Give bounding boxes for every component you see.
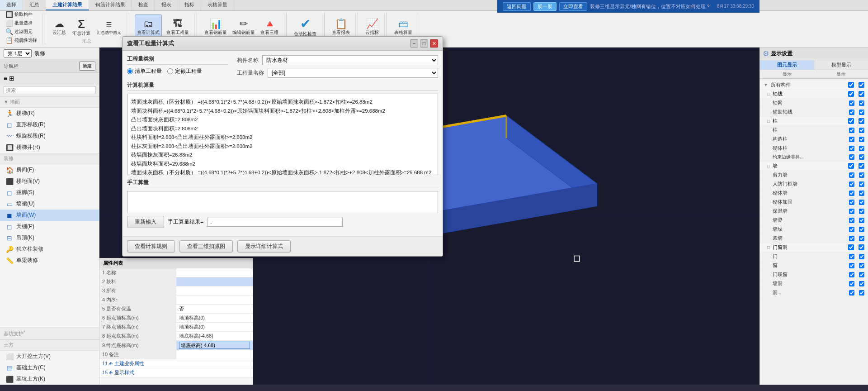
display-settings-icon[interactable]: ⚙ bbox=[763, 49, 769, 58]
dialog-titlebar[interactable]: 查看工程量计算式 − □ ✕ bbox=[123, 37, 443, 51]
table-row[interactable]: 11 ⊕ 土建业务属性 bbox=[99, 359, 253, 368]
prop-val-9[interactable] bbox=[176, 341, 253, 350]
nav-wall-surface[interactable]: ◼ 墙面(W) bbox=[0, 210, 99, 221]
calc-content-area[interactable]: 墙面抹灰面积（区分材质） =((4.68*0.1)*2+5.7*(4.68+0.… bbox=[127, 94, 438, 175]
nav-spiral-stairs[interactable]: 〰 螺旋梯段(R) bbox=[0, 130, 99, 142]
minimize-btn[interactable]: − bbox=[410, 39, 418, 48]
radio-list[interactable]: 清单工程量 bbox=[127, 67, 162, 75]
tab-rebar-calc[interactable]: 钢筋计算结果 bbox=[89, 0, 132, 10]
pick-component-btn[interactable]: 🔲 拾取构件 bbox=[4, 10, 39, 19]
section-all-components[interactable]: ▼ 所有构件 bbox=[760, 81, 868, 90]
section-wall[interactable]: □ 墙 bbox=[760, 162, 868, 171]
wall-checkbox[interactable] bbox=[848, 163, 854, 169]
shear-wall-cb2[interactable] bbox=[859, 172, 864, 178]
wall-ledge-cb2[interactable] bbox=[859, 227, 864, 232]
show-detail-btn[interactable]: 显示详细计算式 bbox=[237, 240, 291, 253]
manual-textarea[interactable] bbox=[129, 193, 436, 210]
tab-soil-calc[interactable]: 土建计算结果 bbox=[46, 0, 89, 10]
close-btn[interactable]: ✕ bbox=[430, 39, 438, 48]
window-cb[interactable] bbox=[849, 263, 854, 268]
approx-col-cb2[interactable] bbox=[859, 154, 864, 160]
tab-table-calc[interactable]: 表格算量 bbox=[201, 0, 234, 10]
insulation-cb[interactable] bbox=[849, 209, 854, 214]
brick-col-cb2[interactable] bbox=[859, 146, 864, 151]
brick-wall-cb2[interactable] bbox=[859, 191, 864, 196]
tab-element-display[interactable]: 图元显示 bbox=[760, 60, 814, 70]
nav-bulk-earthwork[interactable]: ⬜ 大开挖土方(V) bbox=[0, 351, 99, 362]
more-cb[interactable] bbox=[849, 290, 854, 296]
radio-quota-input[interactable] bbox=[167, 68, 173, 74]
door-cb[interactable] bbox=[849, 254, 854, 259]
notif-btn-view[interactable]: 立即查看 bbox=[559, 2, 587, 11]
col-checkbox2[interactable] bbox=[859, 118, 864, 124]
brick-wall-cb[interactable] bbox=[849, 191, 854, 196]
door-window-cb[interactable] bbox=[849, 272, 854, 277]
shear-wall-cb[interactable] bbox=[849, 172, 854, 178]
prop-edit-9[interactable] bbox=[179, 342, 250, 349]
notif-btn-return[interactable]: 返回问题 bbox=[503, 2, 531, 11]
nav-suspended-ceiling[interactable]: ⊟ 吊顶(K) bbox=[0, 232, 99, 243]
view-3d-deduct-btn[interactable]: 查看三维扣减图 bbox=[179, 240, 233, 253]
axis-checkbox[interactable] bbox=[848, 91, 854, 97]
brick-col-cb[interactable] bbox=[849, 146, 854, 151]
nav-floor-plan[interactable]: 🏃 楼梯(R) bbox=[0, 108, 99, 119]
tab-check[interactable]: 检查 bbox=[132, 0, 155, 10]
wall-beam-cb[interactable] bbox=[849, 218, 854, 223]
batch-select-btn[interactable]: ⬜ 批量选择 bbox=[4, 19, 39, 27]
nav-stair-well[interactable]: 🔲 楼梯井(R) bbox=[0, 142, 99, 153]
cloud-total-btn[interactable]: ☁ 云汇总 bbox=[51, 14, 68, 40]
nav-pillar-decor[interactable]: 🔑 独立柱装修 bbox=[0, 243, 99, 255]
wall-beam-cb2[interactable] bbox=[859, 218, 864, 223]
col-cb[interactable] bbox=[849, 128, 854, 133]
filter-btn[interactable]: 🔍 过滤图元 bbox=[4, 28, 39, 36]
section-door-window[interactable]: □ 门窗洞 bbox=[760, 243, 868, 252]
brick-reinforce-cb2[interactable] bbox=[859, 200, 864, 205]
nav-skirting[interactable]: ◻ 踢脚(S) bbox=[0, 187, 99, 198]
wall-ledge-cb[interactable] bbox=[849, 227, 854, 232]
table-row-highlight[interactable]: 9 终点底标高(m) bbox=[99, 341, 253, 350]
section-column[interactable]: □ 柱 bbox=[760, 117, 868, 126]
prop-val-2[interactable] bbox=[176, 277, 253, 286]
section-axis[interactable]: □ 轴线 bbox=[760, 90, 868, 99]
dw-checkbox[interactable] bbox=[848, 244, 854, 250]
tab-summary[interactable]: 汇总 bbox=[23, 0, 46, 10]
nav-dado[interactable]: ▭ 墙裙(U) bbox=[0, 198, 99, 210]
re-input-btn[interactable]: 重新输入 bbox=[127, 216, 164, 228]
col-cb2[interactable] bbox=[859, 128, 864, 133]
col-checkbox[interactable] bbox=[848, 118, 854, 124]
radio-list-input[interactable] bbox=[127, 68, 133, 74]
maximize-btn[interactable]: □ bbox=[420, 39, 428, 48]
approx-col-cb[interactable] bbox=[849, 154, 854, 160]
tab-report[interactable]: 报表 bbox=[155, 0, 178, 10]
aux-axis-cb[interactable] bbox=[849, 110, 854, 115]
nav-floor-surface[interactable]: ⬛ 楼地面(V) bbox=[0, 176, 99, 187]
quantity-name-select[interactable]: [全部] bbox=[268, 68, 438, 78]
dw-checkbox2[interactable] bbox=[859, 244, 864, 250]
window-cb2[interactable] bbox=[859, 263, 864, 268]
new-btn[interactable]: 新建 bbox=[79, 62, 95, 71]
aux-axis-cb2[interactable] bbox=[859, 110, 864, 115]
insulation-cb2[interactable] bbox=[859, 209, 864, 214]
all-components-checkbox2[interactable] bbox=[859, 82, 864, 88]
struct-col-cb2[interactable] bbox=[859, 137, 864, 142]
total-btn[interactable]: Σ 汇总计算 bbox=[71, 14, 92, 40]
tab-model-display[interactable]: 模型显示 bbox=[814, 60, 868, 70]
floor-dropdown[interactable]: 第-1层 bbox=[4, 49, 32, 57]
nav-room[interactable]: 🏠 房间(F) bbox=[0, 164, 99, 176]
prop-name-15[interactable]: 15 ⊕ 显示样式 bbox=[99, 368, 253, 377]
axis-net-cb[interactable] bbox=[849, 100, 854, 106]
wall-checkbox2[interactable] bbox=[859, 163, 864, 169]
nav-ceiling[interactable]: ◻ 天棚(P) bbox=[0, 221, 99, 232]
view-rules-btn[interactable]: 查看计算规则 bbox=[127, 240, 175, 253]
list-view-btn[interactable]: ≡ bbox=[4, 75, 7, 82]
door-frame-cb2[interactable] bbox=[859, 181, 864, 187]
tab-select[interactable]: 选择 bbox=[0, 0, 23, 10]
prop-name-11[interactable]: 11 ⊕ 土建业务属性 bbox=[99, 359, 253, 368]
nav-base-soil[interactable]: ▤ 基础土方(C) bbox=[0, 362, 99, 373]
search-input[interactable] bbox=[4, 86, 95, 94]
manual-input-area[interactable] bbox=[127, 191, 438, 213]
tab-index[interactable]: 指标 bbox=[178, 0, 201, 10]
axis-net-cb2[interactable] bbox=[859, 100, 864, 106]
door-window-cb2[interactable] bbox=[859, 272, 864, 277]
door-cb2[interactable] bbox=[859, 254, 864, 259]
